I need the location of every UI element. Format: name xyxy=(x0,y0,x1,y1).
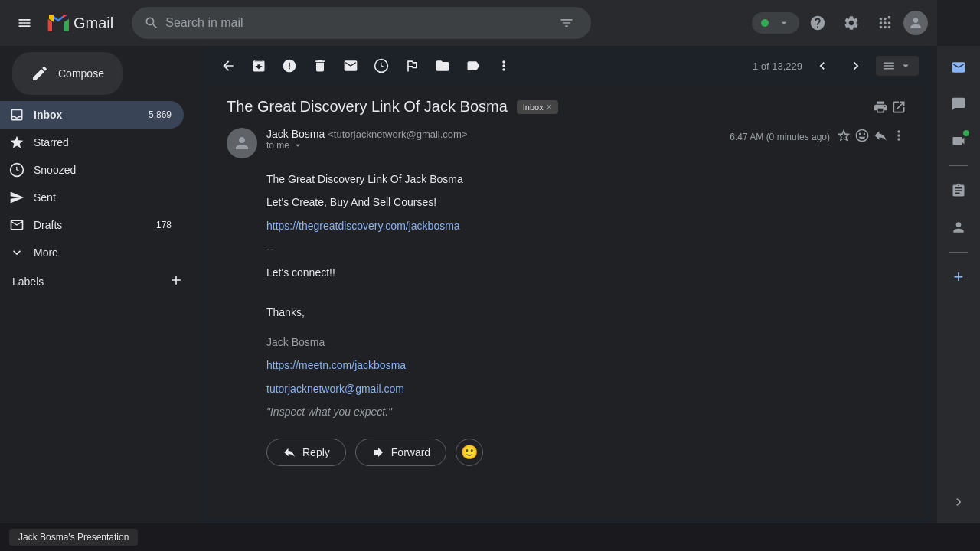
archive-button[interactable] xyxy=(245,52,273,80)
label-button[interactable] xyxy=(459,52,487,80)
print-icon[interactable] xyxy=(873,99,888,115)
sidebar-item-drafts[interactable]: Drafts 178 xyxy=(0,211,184,239)
labels-add-button[interactable] xyxy=(168,272,184,291)
body-thanks: Thanks, xyxy=(266,304,906,321)
sidebar-item-sent[interactable]: Sent xyxy=(0,184,184,211)
reply-label: Reply xyxy=(302,446,330,458)
meet-button[interactable] xyxy=(752,12,799,34)
gmail-text: Gmail xyxy=(74,15,113,32)
sender-email: <tutorjacknetwork@gmail.com> xyxy=(328,129,467,140)
email-signature: Jack Bosma https://meetn.com/jackbosma t… xyxy=(266,334,906,421)
forward-icon xyxy=(371,445,385,459)
sidebar-item-inbox[interactable]: Inbox 5,869 xyxy=(0,101,184,129)
body-line2: Let's Create, Buy And Sell Courses! xyxy=(266,194,906,210)
settings-button[interactable] xyxy=(836,8,867,38)
meet-panel-icon[interactable] xyxy=(943,126,974,156)
snoozed-label: Snoozed xyxy=(34,164,172,176)
prev-email-button[interactable] xyxy=(808,52,836,80)
back-button[interactable] xyxy=(214,52,242,80)
mark-unread-button[interactable] xyxy=(337,52,364,80)
labels-section: Labels xyxy=(0,266,196,297)
more-icon xyxy=(9,245,24,260)
inbox-badge-remove[interactable]: × xyxy=(547,102,552,112)
expand-panel-button[interactable] xyxy=(943,487,974,517)
body-separator: -- xyxy=(266,240,906,257)
panel-divider-2 xyxy=(949,252,968,253)
body-link1[interactable]: https://thegreatdiscovery.com/jackbosma xyxy=(266,220,460,232)
inbox-badge-count: 5,869 xyxy=(149,109,172,120)
drafts-label: Drafts xyxy=(34,219,147,231)
email-view: 1 of 13,229 The Great D xyxy=(202,46,931,523)
email-header-actions xyxy=(873,99,906,115)
mail-panel-icon[interactable] xyxy=(943,52,974,83)
more-actions-button[interactable] xyxy=(891,128,906,146)
search-bar xyxy=(132,7,591,39)
more-label: More xyxy=(34,246,172,259)
inbox-label: Inbox xyxy=(34,109,139,121)
emoji-reaction-button[interactable] xyxy=(854,128,870,146)
star-icon xyxy=(9,135,24,150)
snooze-button[interactable] xyxy=(368,52,395,80)
chat-panel-icon[interactable] xyxy=(943,89,974,119)
panel-divider xyxy=(949,165,968,166)
chevron-down-small-icon[interactable] xyxy=(292,140,303,151)
add-task-button[interactable] xyxy=(398,52,426,80)
sender-avatar xyxy=(227,128,257,158)
right-panel: + xyxy=(937,46,980,523)
drafts-icon xyxy=(9,217,24,233)
add-panel-button[interactable]: + xyxy=(943,262,974,292)
star-button[interactable] xyxy=(836,128,851,146)
search-filter-button[interactable] xyxy=(554,11,579,35)
signature-name: Jack Bosma xyxy=(266,334,906,350)
labels-header-text: Labels xyxy=(12,276,168,288)
report-spam-button[interactable] xyxy=(276,52,303,80)
email-meta-right: 6:47 AM (0 minutes ago) xyxy=(730,128,906,146)
next-email-button[interactable] xyxy=(842,52,870,80)
chevron-down-icon xyxy=(778,17,790,29)
compose-button[interactable]: Compose xyxy=(12,52,122,95)
tasks-panel-icon[interactable] xyxy=(943,175,974,206)
email-toolbar: 1 of 13,229 xyxy=(202,46,931,86)
view-toggle-button[interactable] xyxy=(876,56,919,76)
delete-button[interactable] xyxy=(306,52,334,80)
user-avatar[interactable] xyxy=(903,11,928,35)
email-time: 6:47 AM (0 minutes ago) xyxy=(730,132,830,142)
taskbar-presentation-item[interactable]: Jack Bosma's Presentation xyxy=(9,529,138,546)
forward-button[interactable]: Forward xyxy=(355,439,446,466)
email-subject-row: The Great Discovery Link Of Jack Bosma I… xyxy=(227,98,906,116)
reply-button-header[interactable] xyxy=(873,128,888,146)
pagination-text: 1 of 13,229 xyxy=(753,60,802,72)
contacts-panel-icon[interactable] xyxy=(943,212,974,243)
sender-name: Jack Bosma xyxy=(266,128,325,140)
sent-label: Sent xyxy=(34,191,172,204)
taskbar: Jack Bosma's Presentation xyxy=(0,523,980,551)
starred-label: Starred xyxy=(34,136,172,148)
sidebar-item-snoozed[interactable]: Snoozed xyxy=(0,156,184,184)
signature-email[interactable]: tutorjacknetwork@gmail.com xyxy=(266,383,404,395)
sidebar-item-starred[interactable]: Starred xyxy=(0,129,184,156)
body-line3: Let's connect!! xyxy=(266,264,906,281)
search-input[interactable] xyxy=(165,16,548,30)
email-subject: The Great Discovery Link Of Jack Bosma xyxy=(227,98,508,116)
compose-label: Compose xyxy=(58,67,104,80)
add-reaction-button[interactable]: 🙂 xyxy=(456,439,483,466)
email-action-icons xyxy=(836,128,906,146)
gmail-logo: Gmail xyxy=(46,11,113,35)
sender-to-text: to me xyxy=(266,140,289,151)
meet-status-dot xyxy=(761,19,769,27)
more-options-button[interactable] xyxy=(490,52,518,80)
sidebar-item-more[interactable]: More xyxy=(0,239,184,266)
move-to-button[interactable] xyxy=(429,52,456,80)
apps-button[interactable] xyxy=(870,8,900,38)
email-actions-footer: Reply Forward 🙂 xyxy=(227,426,906,472)
inbox-icon xyxy=(9,107,24,122)
menu-button[interactable] xyxy=(9,8,40,38)
help-button[interactable] xyxy=(802,8,833,38)
open-external-icon[interactable] xyxy=(891,99,906,115)
search-icon xyxy=(144,15,159,31)
sent-icon xyxy=(9,190,24,205)
reply-button[interactable]: Reply xyxy=(266,439,346,466)
inbox-tag-badge[interactable]: Inbox × xyxy=(517,100,558,114)
email-content: The Great Discovery Link Of Jack Bosma I… xyxy=(208,86,925,517)
signature-link1[interactable]: https://meetn.com/jackbosma xyxy=(266,359,406,371)
